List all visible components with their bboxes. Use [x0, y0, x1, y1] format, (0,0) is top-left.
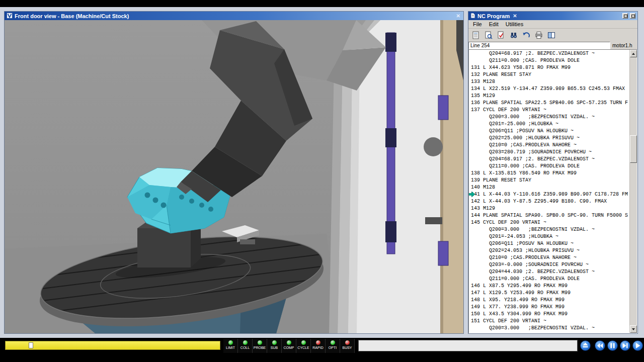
limit-indicator-icon: [228, 340, 233, 345]
nc-code-line[interactable]: 144 PLANE SPATIAL SPA90. SPB0.0 SPC-90. …: [469, 212, 629, 219]
machine-3d-scene[interactable]: [5, 20, 463, 333]
nc-code-line[interactable]: Q204=68.917 ;2. BEZPEC.VZDALENOST ~: [469, 156, 629, 163]
nc-code-line[interactable]: 151 CYCL DEF 200 VRTANI ~: [469, 318, 629, 325]
nc-code-line[interactable]: 149 L X77. Y238.999 RO FMAX M99: [469, 304, 629, 311]
nc-code-line[interactable]: Q210=0 ;CAS.PRODLEVA NAHORE ~: [469, 254, 629, 261]
status-light-cycle: CYCLE: [296, 339, 311, 353]
nc-code-line[interactable]: Q202=24.053 ;HLOUBKA PRISUVU ~: [469, 247, 629, 254]
nc-code-lines: Q204=68.917 ;2. BEZPEC.VZDALENOST ~ Q211…: [469, 50, 629, 333]
view-window-titlebar[interactable]: Front door view - Base (Machine/Cut Stoc…: [5, 12, 463, 20]
status-light-rapid: RAPID: [311, 339, 326, 353]
nc-code-line[interactable]: 136 PLANE SPATIAL SPA22.5 SPB40.06 SPC-5…: [469, 100, 629, 107]
busy-indicator-icon: [345, 340, 350, 345]
open-program-icon[interactable]: [471, 31, 481, 40]
nc-code-line[interactable]: Q200=3.000 ;BEZPECNOSTNI VZDAL. ~: [469, 325, 629, 332]
nc-code-line[interactable]: Q211=0.000 ;CAS. PRODLEVA DOLE: [469, 163, 629, 170]
rewind-button[interactable]: [595, 340, 605, 351]
view-window-title: Front door view - Base (Machine/Cut Stoc…: [15, 13, 129, 19]
menu-utilities[interactable]: Utilities: [503, 21, 526, 28]
status-light-coll: COLL: [238, 339, 253, 353]
menu-file[interactable]: File: [470, 21, 485, 28]
play-button[interactable]: [632, 340, 643, 351]
nc-code-line[interactable]: 135 M129: [469, 93, 629, 100]
nc-code-line[interactable]: Q200=3.000 ;BEZPECNOSTNI VZDAL. ~: [469, 226, 629, 233]
status-light-probe: PROBE: [253, 339, 267, 353]
syntax-check-icon[interactable]: [496, 31, 506, 40]
comp-indicator-icon: [286, 340, 292, 345]
split-view-icon[interactable]: [546, 31, 556, 40]
nc-code-line[interactable]: 147 L X129.5 Y253.499 RO FMAX M99: [469, 290, 629, 297]
nc-code-line[interactable]: 137 CYCL DEF 200 VRTANI ~: [469, 107, 629, 114]
search-program-icon[interactable]: [484, 31, 494, 40]
nc-code-line[interactable]: 145 CYCL DEF 200 VRTANI ~: [469, 219, 629, 226]
status-light-opti: OPTI: [326, 339, 340, 353]
nc-code-line[interactable]: Q210=0 ;CAS.PRODLEVA NAHORE ~: [469, 142, 629, 149]
scrollbar-thumb[interactable]: [630, 135, 637, 163]
line-number-field[interactable]: [468, 42, 610, 49]
nc-code-line[interactable]: Q202=25.000 ;HLOUBKA PRISUVU ~: [469, 135, 629, 142]
document-icon: [470, 13, 475, 20]
probe-indicator-icon: [257, 340, 263, 345]
nc-code-line[interactable]: 148 L X95. Y218.499 RO FMAX M99: [469, 297, 629, 304]
letterbox-bottom: [0, 354, 644, 362]
nc-code-line[interactable]: Q203=-0.000 ;SOURADNICE POVRCHU ~: [469, 261, 629, 268]
opti-indicator-icon: [330, 340, 336, 345]
nc-code-line[interactable]: Q211=0.000 ;CAS. PRODLEVA DOLE: [469, 57, 629, 64]
vericut-logo-icon: [7, 13, 13, 20]
nc-code-line[interactable]: 138 L X-135.815 Y86.549 RO FMAX M99: [469, 170, 629, 177]
nc-toolbar: [468, 29, 637, 41]
nc-window-close-button[interactable]: ✕: [512, 13, 518, 19]
status-light-comp: COMP: [282, 339, 296, 353]
progress-bar[interactable]: [5, 341, 220, 350]
nc-code-line[interactable]: Q201=-24.053 ;HLOUBKA ~: [469, 233, 629, 240]
nc-code-line[interactable]: 139 PLANE RESET STAY: [469, 177, 629, 184]
status-light-busy: BUSY: [340, 339, 355, 353]
nc-code-line[interactable]: Q203=280.719 ;SOURADNICE POVRCHU ~: [469, 149, 629, 156]
progress-marker-handle[interactable]: [29, 342, 33, 348]
letterbox-top: [0, 0, 644, 7]
menu-edit[interactable]: Edit: [487, 21, 501, 28]
nc-code-line[interactable]: 134 L X22.519 Y-134.47 Z359.989 B65.53 C…: [469, 85, 629, 93]
nc-window-title: NC Program: [477, 13, 510, 19]
message-strip: [358, 340, 578, 351]
eject-button[interactable]: [580, 340, 591, 351]
nc-code-line[interactable]: 146 L X87.5 Y295.499 RO FMAX M99: [469, 283, 629, 290]
nc-code-line[interactable]: Q211=0.000 ;CAS. PRODLEVA DOLE: [469, 276, 629, 283]
nc-code-line[interactable]: Q201=-25.000 ;HLOUBKA ~: [469, 121, 629, 128]
app-root: Front door view - Base (Machine/Cut Stoc…: [0, 0, 644, 362]
restore-window-button[interactable]: [622, 13, 628, 19]
coll-indicator-icon: [243, 340, 248, 345]
nc-code-line[interactable]: Q204=44.030 ;2. BEZPEC.VZDALENOST ~: [469, 268, 629, 276]
nc-code-line[interactable]: 140 M128: [469, 184, 629, 191]
nc-code-area: Q204=68.917 ;2. BEZPEC.VZDALENOST ~ Q211…: [468, 49, 637, 333]
status-lights: LIMITCOLLPROBESUBCOMPCYCLERAPIDOPTIBUSY: [223, 339, 355, 353]
step-forward-button[interactable]: [620, 340, 630, 351]
nc-code-line[interactable]: 141 L X-44.03 Y-110.616 Z359.989 B90.907…: [469, 191, 629, 198]
nc-code-line[interactable]: 133 M128: [469, 78, 629, 85]
pause-button[interactable]: [607, 340, 618, 351]
nc-code-line[interactable]: Q204=68.917 ;2. BEZPEC.VZDALENOST ~: [469, 50, 629, 57]
nc-window-titlebar[interactable]: NC Program ✕: [468, 12, 637, 20]
nc-code-line[interactable]: Q206=Q11 ;POSUV NA HLOUBKU ~: [469, 128, 629, 135]
maximize-window-button[interactable]: [630, 13, 635, 19]
view-window: Front door view - Base (Machine/Cut Stoc…: [4, 11, 464, 334]
rapid-indicator-icon: [315, 340, 321, 345]
nc-code-line[interactable]: Q200=3.000 ;BEZPECNOSTNI VZDAL. ~: [469, 114, 629, 121]
nc-code-line[interactable]: 150 L X43.5 Y304.999 RO FMAX M99: [469, 311, 629, 318]
nc-code-line[interactable]: 131 L X44.623 Y58.871 RO FMAX M99: [469, 64, 629, 71]
nc-scrollbar[interactable]: [629, 50, 637, 333]
scroll-up-button[interactable]: [630, 50, 637, 57]
nc-menubar: FileEditUtilities: [468, 20, 637, 29]
view-window-close-button[interactable]: ✕: [455, 13, 461, 19]
program-name-label: motor1.h: [612, 43, 632, 48]
nc-program-window: NC Program ✕ FileEditUtilities: [468, 11, 638, 334]
nc-code-line[interactable]: 132 PLANE RESET STAY: [469, 71, 629, 78]
nc-code-line[interactable]: 143 M129: [469, 205, 629, 212]
print-icon[interactable]: [534, 31, 544, 40]
nc-code-line[interactable]: Q206=Q11 ;POSUV NA HLOUBKU ~: [469, 240, 629, 247]
find-icon[interactable]: [509, 31, 519, 40]
nc-code-line[interactable]: 142 L X-44.03 Y-87.5 Z295.499 B180. C90.…: [469, 198, 629, 205]
scroll-down-button[interactable]: [630, 325, 637, 333]
undo-icon[interactable]: [521, 31, 531, 40]
sub-indicator-icon: [272, 340, 277, 345]
